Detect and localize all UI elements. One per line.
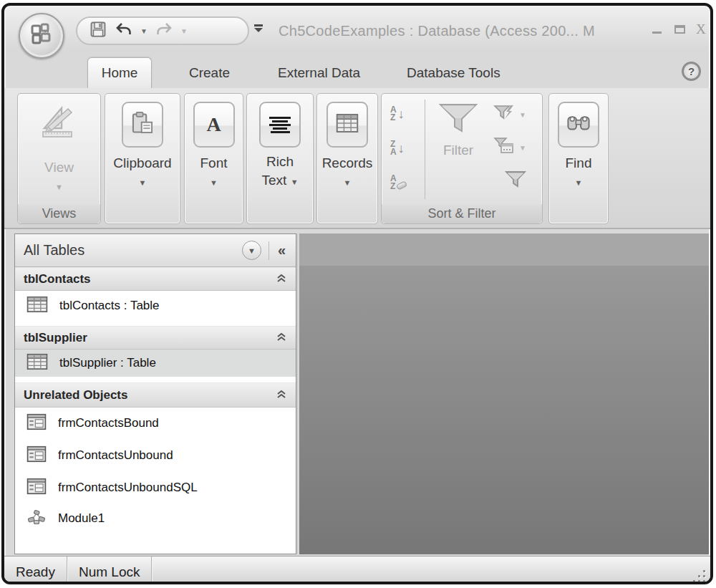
shutter-bar-close-button[interactable]: « [276,242,287,259]
find-dropdown-icon: ▼ [549,178,608,187]
view-button[interactable] [18,102,100,141]
view-dropdown-icon: ▼ [18,183,100,191]
filter-button-label: Filter [432,143,485,158]
records-icon [336,113,359,136]
nav-item-frmcontactsunbound[interactable]: frmContactsUnbound [15,439,296,471]
nav-group-title: tblSupplier [24,331,276,345]
undo-button[interactable] [113,20,135,42]
records-dropdown-icon: ▼ [317,178,377,187]
redo-dropdown-icon[interactable]: ▼ [179,27,189,35]
table-icon [26,296,48,316]
ribbon-group-sort-filter: AZ ↓ ZA ↓ AZ Filter [381,93,543,224]
status-ready: Ready [4,556,67,584]
save-button[interactable] [87,20,109,42]
ribbon-group-clipboard[interactable]: Clipboard ▼ [105,93,180,224]
toggle-filter-button[interactable] [493,164,538,197]
status-num-lock: Num Lock [67,556,153,584]
help-icon: ? [688,65,695,77]
help-button[interactable]: ? [682,62,701,81]
clear-sort-button[interactable]: AZ [390,168,422,197]
ribbon-group-font[interactable]: A Font ▼ [184,93,243,224]
tab-external-data[interactable]: External Data [268,57,370,88]
maximize-button[interactable] [674,25,685,34]
records-iconbox[interactable] [326,102,368,148]
nav-item-label: frmContactsUnboundSQL [58,481,198,495]
advanced-filter-icon [493,137,515,158]
document-workspace [299,233,709,554]
undo-dropdown-icon[interactable]: ▼ [139,27,149,35]
rich-text-iconbox[interactable] [259,102,301,148]
selection-filter-icon [493,104,515,125]
font-iconbox[interactable]: A [193,102,235,148]
nav-group-header-tblsupplier[interactable]: tblSupplier [15,326,296,350]
redo-icon [155,22,173,39]
ribbon-tab-strip: Home Create External Data Database Tools [4,54,710,88]
nav-item-label: tblContacts : Table [59,299,160,313]
font-dropdown-icon: ▼ [185,178,243,187]
form-icon [26,413,47,433]
undo-icon [115,22,132,39]
status-bar: Ready Num Lock [4,556,710,584]
redo-button[interactable] [153,20,175,42]
nav-group-title: tblContacts [24,272,276,286]
customize-qat-button[interactable] [253,24,264,32]
selection-filter-button[interactable]: ▼ [493,98,538,131]
collapse-group-icon [276,273,287,286]
nav-item-label: frmContactsUnbound [58,448,173,463]
clipboard-label: Clipboard [105,155,180,171]
find-iconbox[interactable] [558,102,599,148]
nav-item-frmcontactsunboundsql[interactable]: frmContactsUnboundSQL [15,471,296,503]
sort-descending-icon: ZA [390,140,397,156]
title-bar: ▼ ▼ Ch5CodeExamples : Database (Access 2… [4,6,710,50]
ribbon-group-rich-text[interactable]: Rich Text ▼ [246,93,314,224]
form-icon [26,445,47,466]
clear-sort-icon: AZ [390,175,397,191]
navigation-pane-header[interactable]: All Tables ▼ « [15,234,296,267]
ribbon-group-find[interactable]: Find ▼ [548,93,609,224]
eraser-icon [396,180,407,190]
find-label: Find [549,155,608,171]
nav-item-tblsupplier-table[interactable]: tblSupplier : Table [15,350,296,377]
tab-database-tools[interactable]: Database Tools [397,57,511,88]
nav-group-title: Unrelated Objects [24,388,276,403]
office-logo-icon [29,22,54,49]
save-icon [90,21,107,41]
tab-database-tools-label: Database Tools [407,65,500,81]
nav-item-module1[interactable]: Module1 [15,503,296,534]
tab-external-data-label: External Data [278,65,360,81]
nav-item-tblcontacts-table[interactable]: tblContacts : Table [15,291,296,320]
customize-qat-arrow-icon [254,28,263,32]
quick-access-toolbar: ▼ ▼ [76,16,249,45]
filter-button[interactable]: Filter [432,101,485,180]
clipboard-iconbox[interactable] [122,102,163,148]
navigation-pane-title: All Tables [24,242,242,259]
close-button[interactable]: X [696,21,706,37]
sort-descending-button[interactable]: ZA ↓ [390,134,422,163]
tab-home-label: Home [102,65,138,81]
sort-descending-arrow-icon: ↓ [398,142,405,155]
resize-grip[interactable] [692,569,706,583]
nav-item-frmcontactsbound[interactable]: frmContactsBound [15,408,296,439]
rich-text-icon [269,115,291,135]
clipboard-icon [130,111,155,138]
nav-group-header-tblcontacts[interactable]: tblContacts [15,267,296,291]
clipboard-dropdown-icon: ▼ [105,178,180,187]
sort-ascending-arrow-icon: ↓ [398,107,405,120]
office-button[interactable] [19,13,64,59]
sort-ascending-button[interactable]: AZ ↓ [390,100,422,128]
font-icon: A [206,113,221,136]
tab-create[interactable]: Create [179,57,240,88]
nav-group-header-unrelated-objects[interactable]: Unrelated Objects [15,382,296,408]
view-button-label: View [18,160,100,175]
tab-home[interactable]: Home [87,57,152,88]
minimize-button[interactable] [652,32,662,34]
toggle-filter-icon [503,169,528,192]
ribbon-group-views: View ▼ Views [17,93,101,224]
rich-text-dropdown-icon: ▼ [291,178,299,186]
advanced-filter-button[interactable]: ▼ [493,131,538,164]
window-title: Ch5CodeExamples : Database (Access 200..… [279,23,595,39]
sort-ascending-icon: AZ [390,106,397,122]
nav-item-label: Module1 [58,511,105,526]
ribbon-group-records[interactable]: Records ▼ [316,93,378,224]
navigation-menu-button[interactable]: ▼ [242,241,261,260]
